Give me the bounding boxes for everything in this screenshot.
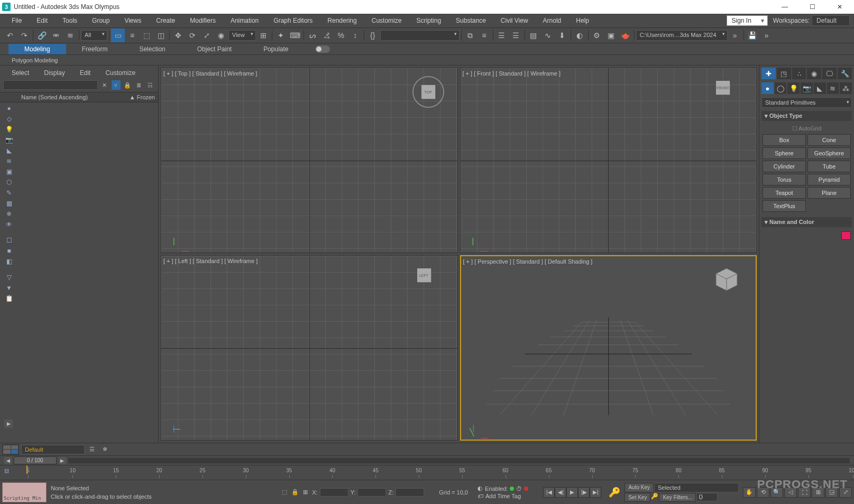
maxscript-listener[interactable]: Scripting Min <box>2 482 47 502</box>
clear-search-icon[interactable]: ✕ <box>100 80 109 90</box>
list-icon[interactable]: ≣ <box>134 80 144 90</box>
min-max-icon[interactable]: ⤢ <box>839 487 852 498</box>
active-layer-dropdown[interactable]: Default <box>21 445 85 454</box>
menu-modifiers[interactable]: Modifiers <box>182 15 223 26</box>
filter-icon[interactable]: ▿ <box>112 80 121 90</box>
curve-editor-icon[interactable]: ∿ <box>541 29 555 42</box>
viewcube-perspective[interactable] <box>708 262 745 298</box>
sphere-button[interactable]: Sphere <box>763 147 806 159</box>
edit-selection-set-icon[interactable]: {} <box>366 29 380 42</box>
snap-toggle-icon[interactable]: ᔕ <box>306 29 319 42</box>
material-editor-icon[interactable]: ◐ <box>573 29 586 42</box>
viewcube-top[interactable]: TOP <box>410 73 447 110</box>
funnel2-icon[interactable]: ▼ <box>4 283 14 293</box>
time-next-icon[interactable]: ▶ <box>59 457 66 464</box>
schematic-view-icon[interactable]: ⬇ <box>555 29 569 42</box>
cone-button[interactable]: Cone <box>807 134 851 146</box>
tab-populate[interactable]: Populate <box>247 44 304 54</box>
percent-snap-icon[interactable]: % <box>334 29 348 42</box>
geosphere-button[interactable]: GeoSphere <box>807 147 851 159</box>
mirror-icon[interactable]: ⧉ <box>463 29 477 42</box>
close-button[interactable]: ✕ <box>828 0 852 14</box>
menu-civil-view[interactable]: Civil View <box>493 15 536 26</box>
menu-tools[interactable]: Tools <box>55 15 85 26</box>
prev-frame-icon[interactable]: ◀| <box>555 487 566 498</box>
layer-freeze-icon[interactable]: ❄ <box>99 444 110 455</box>
zoom-icon[interactable]: 🔍 <box>770 487 783 498</box>
goto-start-icon[interactable]: |◀ <box>543 487 555 498</box>
render-setup-icon[interactable]: ⚙ <box>590 29 604 42</box>
sign-in-dropdown[interactable]: Sign In <box>727 15 767 26</box>
minimize-button[interactable]: — <box>773 0 797 14</box>
cylinder-button[interactable]: Cylinder <box>763 161 806 172</box>
torus-button[interactable]: Torus <box>763 174 806 185</box>
rendered-frame-icon[interactable]: ▣ <box>604 29 618 42</box>
menu-substance[interactable]: Substance <box>448 15 493 26</box>
add-time-tag-label[interactable]: Add Time Tag <box>485 493 521 499</box>
adaptive-degradation-icon[interactable]: ◐ <box>477 485 483 492</box>
viewport-top[interactable]: [ + ] [ Top ] [ Standard ] [ Wireframe ]… <box>161 68 458 253</box>
filter-groups-icon[interactable]: ▣ <box>4 167 14 176</box>
modify-tab-icon[interactable]: ◳ <box>777 68 791 79</box>
key-mode-icon[interactable]: 🔑 <box>651 493 658 502</box>
toggle-layer-explorer-icon[interactable]: ☰ <box>509 29 523 42</box>
filter-hidden-icon[interactable]: 👁 <box>4 220 14 229</box>
isolate-icon[interactable]: ⬚ <box>282 489 287 496</box>
lock-icon[interactable]: 🔒 <box>123 80 132 90</box>
menu-arnold[interactable]: Arnold <box>536 15 569 26</box>
x-input[interactable] <box>320 488 348 497</box>
menu-rendering[interactable]: Rendering <box>320 15 364 26</box>
project-path-dropdown[interactable]: C:\Users\rom…3ds Max 2024 <box>636 30 728 41</box>
pyramid-button[interactable]: Pyramid <box>807 174 851 185</box>
spinner-snap-icon[interactable]: ↕ <box>348 29 362 42</box>
bind-space-warp-icon[interactable]: ≋ <box>63 29 77 42</box>
fov-icon[interactable]: ◁ <box>784 487 797 498</box>
se-tab-edit[interactable]: Edit <box>72 68 98 78</box>
key-filter-selected[interactable]: Selected <box>654 483 739 492</box>
arc-rotate-icon[interactable]: ⟲ <box>757 487 769 498</box>
auto-key-button[interactable]: Auto Key <box>625 483 654 492</box>
unlink-icon[interactable]: ⚮ <box>49 29 63 42</box>
select-manipulate-icon[interactable]: ✦ <box>274 29 288 42</box>
undo-icon[interactable]: ↶ <box>3 29 17 42</box>
filter-frozen-icon[interactable]: ❄ <box>4 209 14 219</box>
overflow2-icon[interactable]: » <box>760 29 774 42</box>
teapot-button[interactable]: Teapot <box>763 187 806 199</box>
menu-create[interactable]: Create <box>149 15 182 26</box>
use-pivot-icon[interactable]: ⊞ <box>256 29 270 42</box>
link-icon[interactable]: 🔗 <box>35 29 49 42</box>
big-key-icon[interactable]: 🔑 <box>609 487 620 498</box>
move-icon[interactable]: ✥ <box>171 29 185 42</box>
display-invert-icon[interactable]: ◧ <box>4 257 14 266</box>
menu-animation[interactable]: Animation <box>223 15 266 26</box>
viewport-perspective[interactable]: [ + ] [ Perspective ] [ Standard ] [ Def… <box>460 255 757 441</box>
filter-bone-icon[interactable]: ✎ <box>4 188 14 198</box>
tab-object-paint[interactable]: Object Paint <box>181 44 247 54</box>
menu-customize[interactable]: Customize <box>364 15 409 26</box>
redo-icon[interactable]: ↷ <box>17 29 31 42</box>
next-frame-icon[interactable]: |▶ <box>578 487 590 498</box>
spacewarps-subtab-icon[interactable]: ≋ <box>827 82 839 94</box>
viewcube-front[interactable]: FRONT <box>709 73 746 110</box>
tab-selection[interactable]: Selection <box>123 44 181 54</box>
menu-scripting[interactable]: Scripting <box>409 15 448 26</box>
box-button[interactable]: Box <box>763 134 806 146</box>
current-frame-input[interactable] <box>696 493 718 501</box>
ribbon-toggle[interactable] <box>315 45 330 53</box>
selection-filter-dropdown[interactable]: All <box>81 30 107 41</box>
viewport-layout-icon[interactable] <box>2 444 19 455</box>
align-icon[interactable]: ≡ <box>477 29 491 42</box>
viewport-top-label[interactable]: [ + ] [ Top ] [ Standard ] [ Wireframe ] <box>163 70 257 77</box>
menu-edit[interactable]: Edit <box>29 15 55 26</box>
scale-icon[interactable]: ⤢ <box>200 29 214 42</box>
hierarchy-tab-icon[interactable]: ⛬ <box>792 68 806 79</box>
filter-helpers-icon[interactable]: ◣ <box>4 146 14 155</box>
se-tab-display[interactable]: Display <box>36 68 72 78</box>
create-tab-icon[interactable]: ✚ <box>761 68 776 79</box>
menu-views[interactable]: Views <box>117 15 149 26</box>
object-color-swatch[interactable] <box>841 231 851 240</box>
layer-manager-icon[interactable]: ☰ <box>87 444 97 455</box>
zoom-extents-all-icon[interactable]: ⊞ <box>812 487 824 498</box>
utilities-tab-icon[interactable]: 🔧 <box>838 68 852 79</box>
viewport-perspective-label[interactable]: [ + ] [ Perspective ] [ Standard ] [ Def… <box>463 258 593 265</box>
